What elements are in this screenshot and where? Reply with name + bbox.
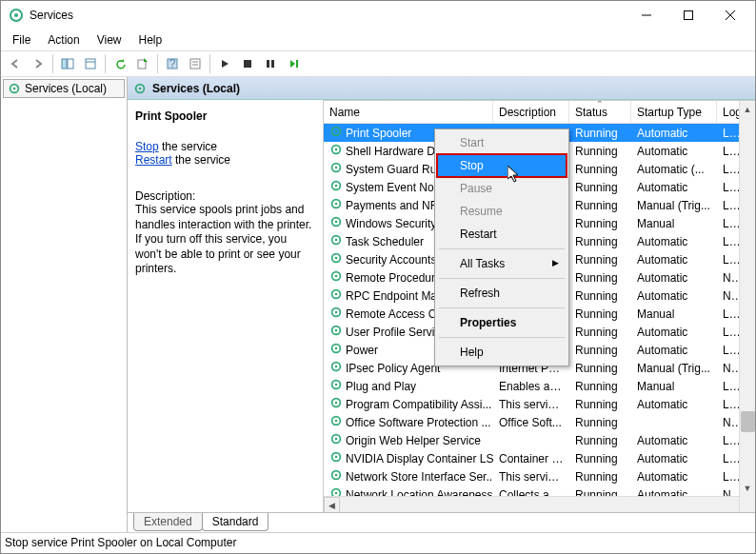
vertical-scrollbar[interactable]: ▲ ▼	[739, 101, 755, 512]
gear-icon	[133, 82, 147, 95]
selected-service-name: Print Spooler	[135, 109, 315, 123]
menu-action[interactable]: Action	[40, 31, 87, 49]
table-row[interactable]: Origin Web Helper ServiceRunningAutomati…	[324, 431, 755, 449]
ctx-stop[interactable]: Stop	[437, 154, 567, 177]
cell-name: User Profile Service	[346, 326, 447, 339]
scroll-left-icon[interactable]: ◀	[324, 497, 340, 512]
cell-name: Power	[346, 344, 378, 357]
menu-help[interactable]: Help	[131, 31, 170, 49]
svg-point-35	[335, 221, 338, 224]
col-header-description[interactable]: Description	[493, 101, 569, 123]
cell-status: Running	[569, 271, 631, 285]
cell-startup: Automatic	[631, 344, 717, 357]
menu-file[interactable]: File	[5, 31, 38, 49]
cell-name: Office Software Protection ...	[346, 416, 491, 429]
pause-service-button[interactable]	[260, 53, 281, 74]
minimize-button[interactable]	[626, 2, 667, 29]
stop-service-button[interactable]	[237, 53, 258, 74]
export-button[interactable]	[80, 53, 101, 74]
cell-name: Shell Hardware De	[346, 145, 442, 158]
cell-name: Payments and NFC	[346, 199, 446, 212]
col-header-startup[interactable]: Startup Type	[631, 101, 717, 123]
back-button[interactable]	[5, 53, 26, 74]
ctx-all-tasks[interactable]: All Tasks▶	[437, 252, 567, 275]
cell-status: Running	[569, 488, 631, 497]
gear-icon	[329, 161, 343, 177]
cell-name: RPC Endpoint Map	[346, 289, 444, 303]
cell-name: System Event Noti	[346, 181, 440, 194]
cell-startup: Automatic	[631, 434, 717, 447]
stop-link[interactable]: Stop	[135, 140, 159, 153]
start-service-button[interactable]	[214, 53, 235, 74]
scroll-up-icon[interactable]: ▲	[740, 101, 755, 117]
col-header-status[interactable]: ⌃Status	[569, 101, 631, 123]
table-row[interactable]: NVIDIA Display Container LSContainer s..…	[324, 449, 755, 467]
separator	[439, 248, 565, 249]
table-row[interactable]: Network Location AwarenessCollects an...…	[324, 485, 755, 496]
separator	[439, 337, 565, 338]
cell-startup: Automatic	[631, 488, 717, 497]
cell-status: Running	[569, 434, 631, 447]
forward-button[interactable]	[28, 53, 49, 74]
svg-point-57	[335, 420, 338, 423]
cell-name: Security Accounts	[346, 253, 436, 267]
table-row[interactable]: Office Software Protection ...Office Sof…	[324, 413, 755, 431]
cell-name: NVIDIA Display Container LS	[346, 452, 493, 465]
scroll-thumb[interactable]	[741, 411, 755, 432]
horizontal-scrollbar[interactable]: ◀ ▶	[324, 496, 755, 512]
svg-point-25	[335, 130, 338, 133]
cell-status: Running	[569, 253, 631, 267]
menu-view[interactable]: View	[90, 31, 129, 49]
cell-description: Container s...	[493, 452, 569, 465]
close-button[interactable]	[709, 2, 751, 29]
properties-button[interactable]	[185, 53, 206, 74]
restart-service-button[interactable]	[283, 53, 304, 74]
scroll-down-icon[interactable]: ▼	[740, 480, 755, 496]
cell-startup: Automatic	[631, 145, 717, 158]
export-list-button[interactable]	[132, 53, 153, 74]
cell-status: Running	[569, 398, 631, 411]
tab-standard[interactable]: Standard	[202, 513, 269, 531]
menubar: File Action View Help	[1, 30, 755, 50]
cell-startup: Manual (Trig...	[631, 362, 717, 375]
table-row[interactable]: Plug and PlayEnables a c...RunningManual…	[324, 377, 755, 395]
ctx-refresh[interactable]: Refresh	[437, 282, 567, 305]
services-app-icon	[9, 8, 24, 23]
content-area: Services (Local) Services (Local) Print …	[1, 77, 755, 532]
show-hide-tree-button[interactable]	[57, 53, 78, 74]
ctx-restart[interactable]: Restart	[437, 223, 567, 246]
cell-status: Running	[569, 181, 631, 194]
cell-description: Office Soft...	[493, 416, 569, 429]
svg-point-49	[335, 347, 338, 350]
maximize-button[interactable]	[667, 2, 709, 29]
gear-icon	[329, 360, 343, 376]
separator	[439, 307, 565, 308]
table-row[interactable]: Program Compatibility Assi...This servic…	[324, 395, 755, 413]
cell-startup: Automatic	[631, 470, 717, 484]
svg-rect-18	[271, 60, 274, 68]
cell-startup: Automatic	[631, 398, 717, 411]
ctx-properties[interactable]: Properties	[437, 311, 567, 334]
svg-point-1	[14, 13, 18, 17]
svg-point-23	[139, 87, 142, 89]
refresh-button[interactable]	[109, 53, 130, 74]
submenu-arrow-icon: ▶	[552, 258, 559, 267]
cell-name: Program Compatibility Assi...	[346, 398, 491, 411]
table-row[interactable]: Network Store Interface Ser...This servi…	[324, 467, 755, 485]
ctx-help[interactable]: Help	[437, 341, 567, 364]
svg-point-65	[335, 492, 338, 495]
cell-startup: Automatic	[631, 181, 717, 194]
svg-text:?: ?	[169, 57, 176, 70]
gear-icon	[329, 287, 343, 304]
nav-services-local[interactable]: Services (Local)	[3, 79, 125, 98]
cell-name: IPsec Policy Agent	[346, 362, 440, 375]
col-header-name[interactable]: Name	[324, 101, 493, 123]
cell-description: Enables a c...	[493, 380, 569, 393]
tab-extended[interactable]: Extended	[133, 513, 203, 531]
help-button[interactable]: ?	[162, 53, 183, 74]
restart-link[interactable]: Restart	[135, 153, 172, 167]
svg-rect-7	[68, 59, 73, 69]
cell-name: Task Scheduler	[346, 235, 424, 248]
gear-icon	[329, 396, 343, 412]
cell-startup: Manual	[631, 217, 717, 230]
